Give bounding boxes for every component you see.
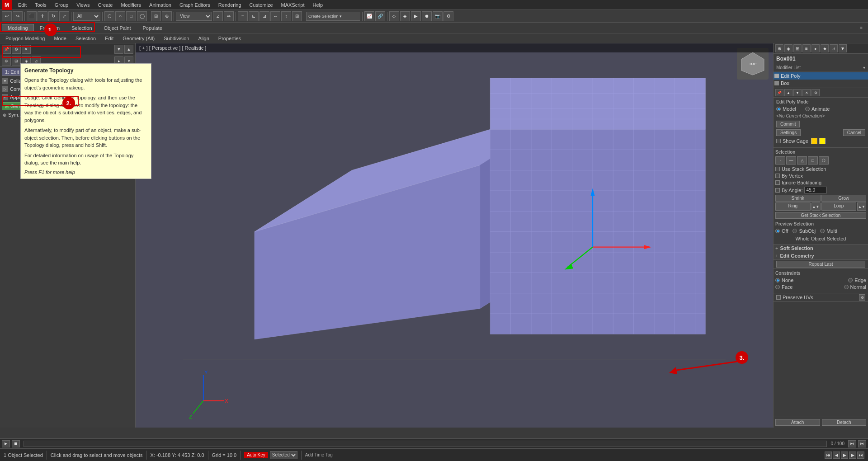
view-dropdown[interactable]: View xyxy=(176,12,212,21)
show-cage-checkbox[interactable] xyxy=(776,139,781,143)
render-settings-button[interactable]: ⚙ xyxy=(443,11,453,21)
tl-play-button[interactable]: ▶ xyxy=(2,440,10,447)
menu-edit[interactable]: Edit xyxy=(14,1,30,9)
ring-spinner-btn[interactable]: ▲▼ xyxy=(811,202,821,211)
rp-icon-1[interactable]: ⊕ xyxy=(775,44,783,52)
tl-next-button[interactable]: ⏭ xyxy=(858,440,866,447)
rp-icon-2[interactable]: ◈ xyxy=(784,44,793,52)
submode-geometry-all[interactable]: Geometry (All) xyxy=(119,35,158,42)
render-button[interactable]: ▶ xyxy=(411,11,421,21)
align5-button[interactable]: ↕ xyxy=(281,11,291,21)
constraint-face-radio[interactable] xyxy=(775,285,780,289)
tab-selection[interactable]: Selection xyxy=(66,24,98,32)
constraint-edge-radio[interactable] xyxy=(848,278,853,282)
cancel-button[interactable]: Cancel xyxy=(843,129,865,136)
mod-item-box[interactable]: Box xyxy=(774,80,868,87)
rotate-button[interactable]: ↻ xyxy=(48,11,58,21)
schematic-button[interactable]: 🔗 xyxy=(375,11,385,21)
rect-button[interactable]: □ xyxy=(126,11,136,21)
stack-selection-checkbox[interactable] xyxy=(775,167,780,171)
constraint-normal-radio[interactable] xyxy=(844,285,849,289)
selected-dropdown[interactable]: Selected xyxy=(270,451,297,459)
preview-subobj-radio[interactable] xyxy=(793,229,797,233)
lp-settings-btn[interactable]: ⚙ xyxy=(12,45,21,54)
transform-button[interactable]: ⊿ xyxy=(213,11,223,21)
align2-button[interactable]: ⊾ xyxy=(249,11,259,21)
undo-button[interactable]: ↩ xyxy=(2,11,12,21)
settings-button[interactable]: Settings xyxy=(776,129,801,136)
sel-icon-element[interactable]: ⬡ xyxy=(819,156,829,165)
menu-rendering[interactable]: Rendering xyxy=(215,1,245,9)
sel-icon-polygon[interactable]: □ xyxy=(808,156,818,165)
lp-btn-b[interactable]: ⊞ xyxy=(12,56,21,66)
render2-button[interactable]: ⏺ xyxy=(422,11,432,21)
menu-help[interactable]: Help xyxy=(309,1,327,9)
ignore-backfacing-checkbox[interactable] xyxy=(775,180,780,185)
preserve-uvs-settings-btn[interactable]: ⚙ xyxy=(859,294,865,301)
edit-geometry-header[interactable]: + Edit Geometry xyxy=(774,252,868,260)
auto-key-button[interactable]: Auto Key xyxy=(244,452,268,458)
menu-modifiers[interactable]: Modifiers xyxy=(117,1,145,9)
cage-color-1[interactable] xyxy=(811,138,817,144)
mod-item-edit-poly[interactable]: Edit Poly xyxy=(774,72,868,80)
submode-polygon-modeling[interactable]: Polygon Modeling xyxy=(2,35,48,42)
pb-prev-btn[interactable]: ◀ xyxy=(833,452,840,459)
mod-config-btn[interactable]: ⚙ xyxy=(811,89,820,96)
mod-pin-btn[interactable]: 📌 xyxy=(775,89,783,96)
select-obj-button[interactable]: ⬡ xyxy=(104,11,114,21)
shrink-button[interactable]: Shrink xyxy=(775,195,821,202)
submode-properties[interactable]: Properties xyxy=(215,35,245,42)
ring-button[interactable]: Ring xyxy=(775,202,811,211)
app-icon[interactable]: M xyxy=(2,0,12,10)
circle-button[interactable]: ◯ xyxy=(137,11,147,21)
rp-icon-6[interactable]: ★ xyxy=(821,44,829,52)
submode-selection[interactable]: Selection xyxy=(72,35,99,42)
align3-button[interactable]: ⊿ xyxy=(259,11,269,21)
soft-selection-header[interactable]: + Soft Selection xyxy=(774,245,868,252)
menu-tools[interactable]: Tools xyxy=(31,1,50,9)
lasso-button[interactable]: ○ xyxy=(115,11,125,21)
by-vertex-checkbox[interactable] xyxy=(775,174,780,178)
loop-spinner-btn[interactable]: ▲▼ xyxy=(857,202,866,211)
mirror-button[interactable]: ⇔ xyxy=(224,11,234,21)
tab-populate[interactable]: Populate xyxy=(137,24,168,32)
modifier-list-dropdown-btn[interactable]: ▾ xyxy=(863,65,865,70)
loop-button[interactable]: Loop xyxy=(821,202,857,211)
render3-button[interactable]: 📷 xyxy=(433,11,443,21)
preview-off-radio[interactable] xyxy=(775,229,780,233)
submode-subdivision[interactable]: Subdivision xyxy=(160,35,193,42)
mod-up-btn[interactable]: ▲ xyxy=(784,89,793,96)
menu-views[interactable]: Views xyxy=(73,1,93,9)
lp-close-btn[interactable]: ✕ xyxy=(22,45,31,54)
tl-prev-button[interactable]: ⏮ xyxy=(848,440,856,447)
rp-icon-3[interactable]: ⊞ xyxy=(793,44,802,52)
modifier-stack-scroll[interactable]: ▼ Collapse Stack ▷ Convert to Poly ✓ App… xyxy=(0,77,135,428)
pb-start-btn[interactable]: ⏮ xyxy=(825,452,832,459)
selection-filter-dropdown[interactable]: All xyxy=(73,12,100,21)
detach-button[interactable]: Detach xyxy=(822,419,867,426)
menu-maxscript[interactable]: MAXScript xyxy=(278,1,308,9)
by-angle-input[interactable] xyxy=(804,187,827,193)
submode-align[interactable]: Align xyxy=(194,35,212,42)
align6-button[interactable]: ⊞ xyxy=(292,11,302,21)
mod-down-btn[interactable]: ▼ xyxy=(793,89,802,96)
constraint-none-radio[interactable] xyxy=(775,278,780,282)
viewport[interactable]: [ + ] [ Perspective ] [ Realistic ] xyxy=(136,43,773,428)
repeat-last-button[interactable]: Repeat Last xyxy=(776,261,865,268)
lp-shrink-btn[interactable]: ▲ xyxy=(124,45,133,54)
by-angle-checkbox[interactable] xyxy=(775,188,780,193)
customize-tabs-btn[interactable]: ≡ xyxy=(860,25,863,30)
grow-button[interactable]: Grow xyxy=(821,195,867,202)
menu-graph-editors[interactable]: Graph Editors xyxy=(176,1,214,9)
animate-radio[interactable] xyxy=(805,107,810,111)
scale-button[interactable]: ⤢ xyxy=(59,11,69,21)
select-button[interactable]: ⬛ xyxy=(27,11,37,21)
snap-button[interactable]: ⊞ xyxy=(151,11,161,21)
submode-mode[interactable]: Mode xyxy=(50,35,70,42)
rp-icon-7[interactable]: ⊿ xyxy=(830,44,838,52)
mod-del-btn[interactable]: ✕ xyxy=(802,89,811,96)
tab-modeling[interactable]: Modeling xyxy=(2,24,34,32)
menu-customize[interactable]: Customize xyxy=(246,1,277,9)
cage-color-2[interactable] xyxy=(819,138,826,144)
preserve-uvs-checkbox[interactable] xyxy=(776,295,781,300)
